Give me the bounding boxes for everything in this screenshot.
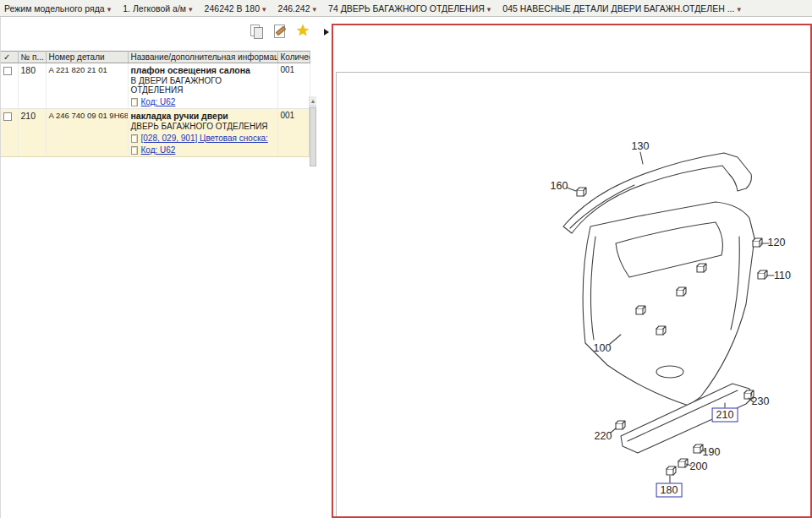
diagram-callout[interactable]: 130 [632, 140, 650, 152]
topbar-item-label: 246.242 [278, 3, 310, 14]
diagram-callout[interactable]: 100 [594, 342, 612, 354]
favorites-star-icon[interactable] [296, 24, 313, 41]
row-quantity: 001 [277, 63, 310, 109]
document-icon [131, 146, 138, 155]
chevron-down-icon [737, 3, 741, 14]
topbar-item-mode[interactable]: Режим модельного ряда [4, 3, 111, 14]
header-qty[interactable]: Количес... [277, 52, 310, 63]
part-info: В ДВЕРИ БАГАЖНОГО ОТДЕЛЕНИЯ [131, 76, 275, 95]
topbar-item-vehicle-class[interactable]: 1. Легковой а/м [123, 3, 192, 14]
copy-document-icon[interactable] [249, 24, 264, 39]
diagram-callout[interactable]: 200 [690, 461, 708, 472]
document-icon [131, 98, 138, 106]
row-checkbox[interactable] [3, 67, 12, 75]
diagram-callout[interactable]: 190 [703, 446, 721, 458]
row-checkbox[interactable] [3, 112, 12, 121]
code-link[interactable]: Код: U62 [141, 97, 176, 106]
topbar-item-label: 74 ДВЕРЬ БАГАЖНОГО ОТДЕЛЕНИЯ [328, 3, 485, 14]
topbar-item-group[interactable]: 74 ДВЕРЬ БАГАЖНОГО ОТДЕЛЕНИЯ [328, 3, 491, 14]
row-quantity: 001 [277, 109, 310, 157]
topbar-item-series[interactable]: 246.242 [278, 3, 317, 14]
part-name: накладка ручки двери [131, 111, 275, 121]
chevron-down-icon [487, 3, 491, 14]
chevron-down-icon [262, 3, 266, 14]
row-position: 180 [18, 63, 46, 109]
topbar-item-model[interactable]: 246242 В 180 [205, 3, 266, 14]
diagram-callout-selected[interactable]: 210 [712, 408, 738, 423]
diagram-callout[interactable]: 230 [752, 395, 770, 407]
color-footnote-link[interactable]: [028, 029, 901] Цветовая сноска: [141, 134, 268, 143]
document-icon [131, 134, 138, 143]
table-row-selected[interactable]: 210 A 246 740 09 01 9H68 накладка ручки … [1, 109, 310, 157]
table-header-row: ✓ № п... Номер детали Название/дополните… [1, 52, 310, 63]
tailgate-diagram [333, 25, 812, 518]
chevron-down-icon [189, 3, 193, 14]
main-content: ✓ № п... Номер детали Название/дополните… [0, 17, 812, 518]
header-num[interactable]: № п... [18, 52, 46, 63]
header-part-number[interactable]: Номер детали [46, 52, 128, 63]
topbar-item-label: Режим модельного ряда [4, 3, 105, 14]
panel-splitter[interactable] [316, 17, 332, 518]
parts-table-wrap: ✓ № п... Номер детали Название/дополните… [1, 51, 316, 157]
diagram-callout-selected[interactable]: 180 [656, 483, 683, 498]
chevron-down-icon [313, 3, 317, 14]
row-position: 210 [18, 109, 46, 157]
topbar-item-label: 045 НАВЕСНЫЕ ДЕТАЛИ ДВЕРИ БАГАЖН.ОТДЕЛЕН… [502, 3, 734, 14]
topbar-item-label: 246242 В 180 [205, 3, 260, 14]
diagram-callout[interactable]: 220 [595, 430, 612, 442]
scroll-up-icon[interactable] [310, 96, 316, 106]
part-info: ДВЕРЬ БАГАЖНОГО ОТДЕЛЕНИЯ [131, 122, 275, 131]
diagram-callout[interactable]: 160 [551, 180, 568, 192]
part-name: плафон освещения салона [131, 65, 275, 75]
topbar-item-subgroup[interactable]: 045 НАВЕСНЫЕ ДЕТАЛИ ДВЕРИ БАГАЖН.ОТДЕЛЕН… [502, 3, 741, 14]
row-part-number: A 221 820 21 01 [46, 63, 128, 109]
edit-list-icon[interactable] [272, 24, 288, 39]
parts-list-panel: ✓ № п... Номер детали Название/дополните… [0, 17, 316, 518]
parts-table: ✓ № п... Номер детали Название/дополните… [1, 51, 310, 157]
header-check[interactable]: ✓ [1, 52, 18, 63]
header-name[interactable]: Название/дополнительная информация [128, 52, 277, 63]
row-part-number: A 246 740 09 01 9H68 [46, 109, 128, 157]
list-toolbar [1, 17, 316, 51]
code-link[interactable]: Код: U62 [141, 145, 176, 155]
diagram-callout[interactable]: 120 [768, 237, 786, 248]
scrollbar-thumb[interactable] [310, 107, 316, 166]
list-scrollbar[interactable] [309, 96, 316, 157]
breadcrumb-toolbar: Режим модельного ряда 1. Легковой а/м 24… [0, 0, 812, 17]
table-row[interactable]: 180 A 221 820 21 01 плафон освещения сал… [1, 63, 310, 109]
topbar-item-label: 1. Легковой а/м [123, 3, 186, 14]
diagram-panel: 130 160 120 110 100 230 210 220 190 200 … [332, 24, 812, 518]
diagram-callout[interactable]: 110 [774, 270, 791, 281]
chevron-down-icon [107, 3, 112, 14]
collapse-arrow-icon[interactable] [324, 29, 329, 35]
